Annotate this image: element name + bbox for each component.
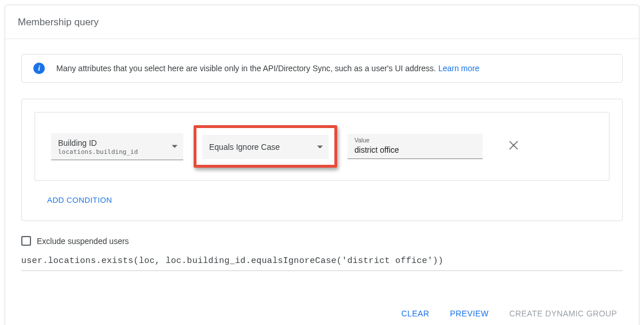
- info-icon: i: [33, 63, 45, 74]
- info-message: Many attributes that you select here are…: [56, 64, 438, 73]
- card-body: i Many attributes that you select here a…: [5, 39, 639, 325]
- clear-button[interactable]: CLEAR: [399, 305, 432, 322]
- remove-condition-button[interactable]: [503, 137, 524, 156]
- info-text: Many attributes that you select here are…: [56, 64, 479, 73]
- value-field-block: Value: [348, 134, 483, 159]
- operator-select[interactable]: Equals Ignore Case: [202, 135, 329, 159]
- create-dynamic-group-button[interactable]: CREATE DYNAMIC GROUP: [507, 305, 619, 322]
- actions-row: CLEAR PREVIEW CREATE DYNAMIC GROUP: [21, 305, 623, 322]
- attribute-path: locations.building_id: [58, 148, 176, 156]
- value-input[interactable]: [354, 144, 476, 154]
- exclude-suspended-label: Exclude suspended users: [37, 237, 129, 246]
- chevron-down-icon: [172, 145, 178, 148]
- learn-more-link[interactable]: Learn more: [438, 64, 480, 73]
- preview-button[interactable]: PREVIEW: [448, 305, 491, 322]
- attribute-label: Building ID: [58, 138, 176, 148]
- exclude-suspended-row: Exclude suspended users: [21, 236, 623, 246]
- attribute-field-block: Building ID locations.building_id: [51, 133, 183, 160]
- chevron-down-icon: [317, 146, 323, 149]
- info-banner: i Many attributes that you select here a…: [21, 54, 623, 83]
- exclude-suspended-checkbox[interactable]: [21, 236, 31, 246]
- close-icon: [509, 141, 518, 150]
- add-condition-button[interactable]: ADD CONDITION: [43, 192, 117, 208]
- condition-row: Building ID locations.building_id Equals…: [34, 112, 610, 181]
- membership-query-card: Membership query i Many attributes that …: [5, 5, 639, 325]
- page-title: Membership query: [18, 17, 626, 28]
- query-output: user.locations.exists(loc, loc.building_…: [21, 256, 623, 271]
- card-header: Membership query: [5, 5, 639, 39]
- operator-label: Equals Ignore Case: [209, 142, 280, 152]
- attribute-select[interactable]: Building ID locations.building_id: [51, 133, 183, 160]
- conditions-container: Building ID locations.building_id Equals…: [21, 99, 623, 221]
- value-field[interactable]: Value: [348, 134, 483, 159]
- operator-highlight-box: Equals Ignore Case: [194, 125, 337, 168]
- value-mini-label: Value: [354, 136, 476, 144]
